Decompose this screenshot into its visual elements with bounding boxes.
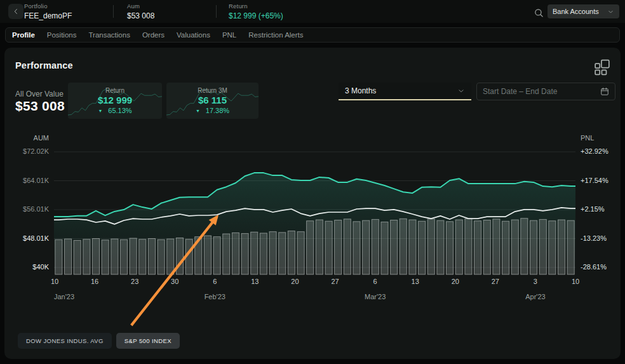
x-tick-label: 6 — [213, 278, 217, 285]
return-card-delta: ▼65.13% — [68, 107, 162, 114]
return-3m-card: Return 3M $6 115 ▼17.38% — [166, 83, 259, 119]
x-tick-label: 10 — [572, 278, 579, 285]
return-label: Return — [229, 3, 283, 10]
back-button[interactable] — [8, 4, 24, 19]
search-button[interactable] — [534, 8, 544, 21]
aum-axis-label: $48.01K — [23, 234, 49, 242]
tab-positions[interactable]: Positions — [47, 31, 77, 39]
return-3m-card-value: $6 115 — [166, 95, 259, 105]
bank-accounts-select[interactable]: Bank Accounts — [548, 4, 619, 18]
divider — [113, 5, 114, 18]
x-tick-label: 13 — [412, 278, 419, 285]
performance-panel: Performance All Over Value $53 008 Retur… — [4, 48, 621, 359]
aum-field: Aum $53 008 — [127, 3, 154, 21]
pnl-axis-label: +2.15% — [581, 205, 605, 213]
search-icon — [534, 8, 544, 18]
all-over-value: $53 008 — [15, 98, 65, 114]
date-range-placeholder: Start Date – End Date — [483, 87, 557, 96]
right-axis-title: PNL — [581, 134, 594, 142]
chevron-down-icon — [607, 8, 614, 15]
x-tick-label: 20 — [452, 278, 459, 285]
x-tick-label: 27 — [331, 278, 339, 285]
month-label: Mar'23 — [365, 293, 386, 300]
x-axis-months: Jan'23Feb'23Mar'23Apr'23 — [54, 293, 575, 302]
aum-axis-label: $64.01K — [23, 177, 49, 184]
pnl-axis-label: -13.23% — [581, 234, 607, 242]
calendar-icon — [600, 87, 609, 96]
legend-dow-jones-indus-avg[interactable]: DOW JONES INDUS. AVG — [18, 333, 112, 349]
portfolio-dashboard: Portfolio FEE_demoPF Aum $53 008 Return … — [0, 0, 625, 364]
triangle-down-icon: ▼ — [196, 109, 200, 113]
portfolio-label: Portfolio — [24, 3, 72, 10]
return-card: Return $12 999 ▼65.13% — [68, 83, 162, 119]
aum-value: $53 008 — [127, 11, 154, 21]
aum-axis-label: $72.02K — [23, 147, 49, 155]
pnl-axis-label: +17.54% — [581, 177, 608, 184]
x-tick-label: 23 — [131, 278, 138, 285]
x-tick-label: 10 — [51, 278, 58, 285]
return-card-label: Return — [68, 87, 162, 94]
right-axis-labels: +32.92%+17.54%+2.15%-13.23%-28.61% — [581, 144, 620, 276]
x-tick-label: 3 — [534, 278, 537, 285]
left-axis-title: AUM — [4, 134, 49, 142]
tab-profile[interactable]: Profile — [12, 31, 35, 39]
tab-pnl[interactable]: PNL — [222, 31, 236, 39]
date-range-input[interactable]: Start Date – End Date — [476, 83, 615, 100]
x-tick-label: 20 — [291, 278, 299, 285]
chevron-left-icon — [11, 7, 20, 16]
month-label: Feb'23 — [205, 293, 225, 300]
x-tick-label: 6 — [373, 278, 377, 285]
aum-label: Aum — [127, 3, 154, 10]
left-axis-labels: $72.02K$64.01K$56.01K$48.01K$40K — [4, 144, 49, 276]
aum-axis-label: $56.01K — [23, 205, 49, 213]
return-card-value: $12 999 — [68, 95, 162, 105]
x-tick-label: 27 — [492, 278, 499, 285]
x-tick-label: 30 — [171, 278, 178, 285]
bank-accounts-value: Bank Accounts — [553, 8, 599, 15]
legend-s-p-500-index[interactable]: S&P 500 INDEX — [116, 333, 180, 349]
chevron-down-icon — [457, 87, 465, 95]
tab-transactions[interactable]: Transactions — [88, 31, 130, 39]
return-3m-card-label: Return 3M — [166, 87, 259, 94]
portfolio-field: Portfolio FEE_demoPF — [24, 3, 72, 21]
pnl-axis-label: +32.92% — [581, 147, 608, 155]
return-field: Return $12 999 (+65%) — [229, 3, 283, 21]
tab-valuations[interactable]: Valuations — [177, 31, 210, 39]
section-title: Performance — [15, 60, 73, 71]
month-label: Jan'23 — [54, 293, 74, 300]
tab-orders[interactable]: Orders — [142, 31, 165, 39]
pnl-axis-label: -28.61% — [581, 263, 607, 271]
return-value: $12 999 (+65%) — [229, 11, 283, 21]
portfolio-value: FEE_demoPF — [24, 11, 72, 21]
aum-axis-label: $40K — [32, 263, 49, 271]
x-tick-label: 13 — [251, 278, 259, 285]
top-bar: Portfolio FEE_demoPF Aum $53 008 Return … — [0, 0, 625, 23]
benchmark-legend: DOW JONES INDUS. AVGS&P 500 INDEX — [18, 333, 180, 349]
divider — [216, 5, 217, 18]
x-tick-label: 16 — [91, 278, 98, 285]
period-select[interactable]: 3 Months — [339, 83, 471, 100]
layout-grid-icon[interactable] — [594, 59, 610, 76]
performance-chart — [54, 144, 575, 276]
triangle-down-icon: ▼ — [98, 109, 102, 113]
x-axis-ticks: 1016233061320276132027310 — [54, 278, 575, 286]
period-select-value: 3 Months — [345, 86, 376, 95]
tab-restriction-alerts[interactable]: Restriction Alerts — [248, 31, 303, 39]
all-over-value-label: All Over Value — [15, 90, 64, 98]
tab-bar: ProfilePositionsTransactionsOrdersValuat… — [5, 27, 620, 43]
month-label: Apr'23 — [525, 293, 545, 300]
return-3m-card-delta: ▼17.38% — [166, 107, 259, 114]
